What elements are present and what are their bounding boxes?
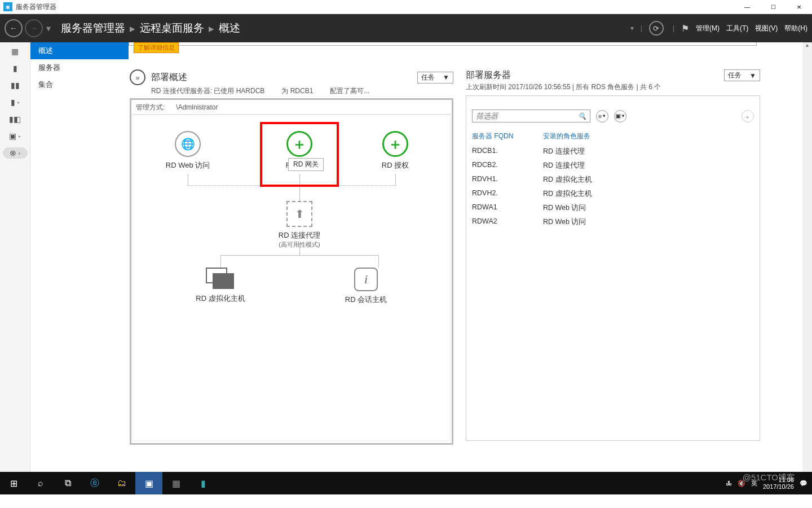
filter-input[interactable] xyxy=(476,112,578,120)
table-row[interactable]: RDCB2.RD 连接代理 xyxy=(472,159,754,173)
col-role[interactable]: 安装的角色服务 xyxy=(543,132,590,141)
header-bar: ← → ▾ 服务器管理器 ▸ 远程桌面服务 ▸ 概述 ▾ | ⟳ | ⚑ 管理(… xyxy=(0,14,812,42)
minimize-button[interactable]: — xyxy=(734,0,760,14)
icon-rail: ▦ ▮ ▮▮ ▮▸ ▮◧ ▣▸ ⊗▸ xyxy=(0,42,30,472)
nav-servers[interactable]: 服务器 xyxy=(30,59,129,76)
help-menu[interactable]: 帮助(H) xyxy=(784,24,807,33)
crumb-rds[interactable]: 远程桌面服务 xyxy=(140,21,204,36)
deploy-sub3: 配置了高可... xyxy=(330,86,369,96)
back-button[interactable]: ← xyxy=(5,19,23,37)
maximize-button[interactable]: ☐ xyxy=(760,0,786,14)
rail-rds-icon[interactable]: ⊗▸ xyxy=(3,147,28,159)
search-button[interactable]: ⌕ xyxy=(27,472,54,494)
deploy-title: 部署概述 xyxy=(151,72,187,84)
node-rd-broker[interactable]: ⬆ RD 连接代理 (高可用性模式) xyxy=(263,201,336,249)
deploy-overview-icon: » xyxy=(130,69,145,85)
crumb-overview[interactable]: 概述 xyxy=(219,21,240,36)
table-row[interactable]: RDVH2.RD 虚拟化主机 xyxy=(472,187,754,201)
servers-table: 服务器 FQDN 安装的角色服务 RDCB1.RD 连接代理 RDCB2.RD … xyxy=(472,132,754,229)
broker-icon: ⬆ xyxy=(286,201,312,227)
server-manager-icon[interactable]: ▣ xyxy=(135,472,162,494)
refresh-icon[interactable]: ⟳ xyxy=(649,21,664,36)
manage-menu[interactable]: 管理(M) xyxy=(696,24,720,33)
dropdown-icon[interactable]: ▾ xyxy=(46,23,51,34)
app-title: 服务器管理器 xyxy=(16,2,56,12)
expand-button[interactable]: ⌄ xyxy=(742,110,754,122)
crumb-root[interactable]: 服务器管理器 xyxy=(61,21,125,36)
flag-icon[interactable]: ⚑ xyxy=(681,23,689,34)
node-rd-web[interactable]: 🌐 RD Web 访问 xyxy=(151,131,224,170)
rail-iis-icon[interactable]: ▮◧ xyxy=(3,113,28,125)
tooltip-rd-gateway: RD 网关 xyxy=(288,158,324,171)
close-button[interactable]: ✕ xyxy=(786,0,812,14)
taskbar: ⊞ ⌕ ⧉ ⓔ 🗂 ▣ ▦ ▮ 🖧 🔇 英 11:062017/10/26 💬 xyxy=(0,472,812,494)
watermark: @51CTO博客 xyxy=(743,472,795,483)
title-bar: ▣ 服务器管理器 — ☐ ✕ xyxy=(0,0,812,14)
start-button[interactable]: ⊞ xyxy=(0,472,27,494)
save-query-button[interactable]: ▣▼ xyxy=(614,110,626,122)
table-row[interactable]: RDVH1.RD 虚拟化主机 xyxy=(472,173,754,187)
info-icon: i xyxy=(354,268,378,291)
table-row[interactable]: RDWA2RD Web 访问 xyxy=(472,215,754,229)
task-icon-2[interactable]: ▮ xyxy=(189,472,217,494)
search-icon[interactable]: 🔍 xyxy=(578,112,586,120)
rail-local-icon[interactable]: ▮ xyxy=(3,63,28,74)
tray-notifications-icon[interactable]: 💬 xyxy=(800,480,807,487)
rail-allservers-icon[interactable]: ▮▮ xyxy=(3,80,28,91)
nav-overview[interactable]: 概述 xyxy=(30,42,129,59)
nav-collections[interactable]: 集合 xyxy=(30,76,129,93)
tray-network-icon[interactable]: 🖧 xyxy=(726,480,732,487)
deployment-diagram: 🌐 RD Web 访问 ＋ RD 网关 RD 网关 ＋ RD 授权 ⬆ RD xyxy=(133,115,451,441)
explorer-icon[interactable]: 🗂 xyxy=(108,472,135,494)
rail-hyper-icon[interactable]: ▣▸ xyxy=(3,130,28,142)
forward-button[interactable]: → xyxy=(25,19,43,37)
globe-icon: 🌐 xyxy=(175,131,201,157)
scrollbar[interactable]: ▲ xyxy=(802,42,812,472)
mgmt-label: 管理方式: xyxy=(136,103,165,111)
highlight-box xyxy=(260,122,339,187)
table-row[interactable]: RDWA1RD Web 访问 xyxy=(472,201,754,215)
deploy-sub1: RD 连接代理服务器: 已使用 HARDCB xyxy=(151,86,264,96)
tools-menu[interactable]: 工具(T) xyxy=(726,24,748,33)
app-icon: ▣ xyxy=(3,2,12,11)
view-options-button[interactable]: ≡▼ xyxy=(596,110,608,122)
servers-subtitle: 上次刷新时间 2017/10/26 10:56:55 | 所有 RDS 角色服务… xyxy=(466,82,760,92)
plus-icon: ＋ xyxy=(382,131,408,157)
deploy-sub2: 为 RDCB1 xyxy=(281,86,313,96)
table-row[interactable]: RDCB1.RD 连接代理 xyxy=(472,144,754,159)
taskview-button[interactable]: ⧉ xyxy=(54,472,81,494)
servers-title: 部署服务器 xyxy=(466,69,511,81)
task-icon-1[interactable]: ▦ xyxy=(162,472,189,494)
notice-link[interactable]: 了解详细信息 xyxy=(134,42,179,53)
mgmt-value: \Administrator xyxy=(176,103,218,111)
breadcrumb: 服务器管理器 ▸ 远程桌面服务 ▸ 概述 xyxy=(61,21,240,36)
notice-banner: 了解详细信息 xyxy=(129,42,757,46)
node-rd-sessionhost[interactable]: i RD 会话主机 xyxy=(329,268,403,305)
view-menu[interactable]: 视图(V) xyxy=(755,24,778,33)
left-nav: 概述 服务器 集合 xyxy=(30,42,129,472)
servers-tasks-menu[interactable]: 任务▼ xyxy=(724,69,760,81)
col-fqdn[interactable]: 服务器 FQDN xyxy=(472,132,543,141)
ie-icon[interactable]: ⓔ xyxy=(81,472,108,494)
rail-dashboard-icon[interactable]: ▦ xyxy=(3,46,28,57)
node-rd-licensing[interactable]: ＋ RD 授权 xyxy=(359,131,432,170)
vhost-icon xyxy=(206,268,235,290)
rail-fileservices-icon[interactable]: ▮▸ xyxy=(3,97,28,108)
filter-box[interactable]: 🔍 xyxy=(472,110,590,122)
deploy-tasks-menu[interactable]: 任务▼ xyxy=(417,72,453,84)
node-rd-vhost[interactable]: RD 虚拟化主机 xyxy=(184,268,257,304)
